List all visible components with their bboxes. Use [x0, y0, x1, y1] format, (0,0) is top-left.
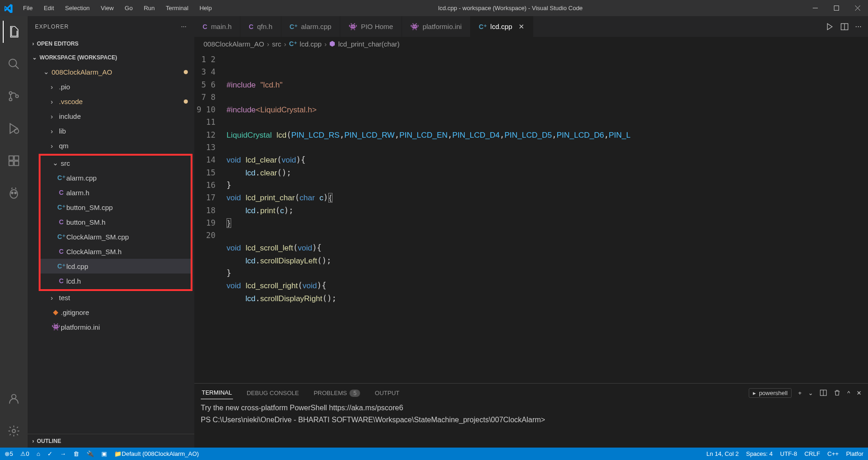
close-button[interactable] — [847, 0, 868, 16]
file-alarm-cpp[interactable]: C⁺alarm.cpp — [41, 170, 191, 185]
chevron-right-icon: › — [32, 41, 34, 47]
breadcrumb-item[interactable]: lcd_print_char(char) — [338, 40, 399, 48]
status-spaces[interactable]: Spaces: 4 — [746, 450, 773, 457]
more-icon[interactable]: ⋯ — [181, 23, 187, 30]
warnings-icon[interactable]: ⚠ 0 — [20, 450, 29, 457]
extensions-icon[interactable] — [3, 150, 25, 172]
run-debug-icon[interactable] — [3, 117, 25, 140]
panel-tab-output[interactable]: OUTPUT — [374, 387, 400, 399]
split-terminal-icon[interactable] — [820, 389, 827, 396]
file-clockalarm-h[interactable]: CClockAlarm_SM.h — [41, 244, 191, 259]
breadcrumb-item[interactable]: lcd.cpp — [300, 40, 322, 48]
outline-section[interactable]: › OUTLINE — [28, 434, 194, 448]
tab-main-h[interactable]: Cmain.h — [194, 16, 240, 37]
menu-view[interactable]: View — [96, 3, 118, 13]
menu-selection[interactable]: Selection — [60, 3, 94, 13]
tab-pio-home[interactable]: 👾PIO Home — [340, 16, 402, 37]
folder-include[interactable]: ›include — [28, 109, 194, 123]
tab-qfn-h[interactable]: Cqfn.h — [240, 16, 281, 37]
file-clockalarm-cpp[interactable]: C⁺ClockAlarm_SM.cpp — [41, 229, 191, 244]
close-panel-icon[interactable]: ✕ — [856, 390, 862, 396]
platformio-icon: 👾 — [349, 23, 357, 31]
minimize-button[interactable] — [804, 0, 826, 16]
status-ln-col[interactable]: Ln 14, Col 2 — [706, 450, 739, 457]
pio-env-icon[interactable]: 📁 Default (008ClockAlarm_AO) — [114, 450, 199, 457]
platformio-file-icon: 👾 — [410, 23, 419, 31]
file-lcd-h[interactable]: Clcd.h — [41, 274, 191, 288]
svg-point-14 — [12, 395, 16, 399]
more-icon[interactable]: ⋯ — [855, 23, 862, 30]
svg-rect-8 — [9, 161, 13, 165]
menu-terminal[interactable]: Terminal — [161, 3, 193, 13]
breadcrumb[interactable]: 008ClockAlarm_AO› src› C⁺lcd.cpp› ⬢lcd_p… — [194, 37, 868, 51]
svg-point-15 — [12, 430, 16, 433]
panel-tab-debug[interactable]: DEBUG CONSOLE — [246, 387, 300, 399]
workspace-section[interactable]: ⌄ WORKSPACE (WORKSPACE) — [28, 51, 194, 64]
terminal-dropdown-icon[interactable]: ⌄ — [808, 390, 813, 396]
kill-terminal-icon[interactable] — [833, 389, 841, 396]
menu-file[interactable]: File — [18, 3, 37, 13]
source-control-icon[interactable] — [3, 85, 25, 107]
pio-clean-icon[interactable]: 🗑 — [73, 450, 79, 457]
status-encoding[interactable]: UTF-8 — [780, 450, 797, 457]
folder-test[interactable]: ›test — [28, 290, 194, 305]
terminal-shell-selector[interactable]: ▸powershell — [749, 388, 792, 398]
folder-qm[interactable]: ›qm — [28, 138, 194, 153]
folder-project[interactable]: ⌄ 008ClockAlarm_AO — [28, 64, 194, 79]
chevron-right-icon: › — [51, 112, 59, 120]
status-platform[interactable]: Platfor — [846, 450, 863, 457]
menu-run[interactable]: Run — [139, 3, 159, 13]
folder-pio[interactable]: ›.pio — [28, 79, 194, 94]
pio-build-icon[interactable]: ✓ — [47, 450, 52, 457]
status-env-label: Default (008ClockAlarm_AO) — [122, 450, 199, 457]
open-editors-section[interactable]: › OPEN EDITORS — [28, 37, 194, 51]
status-eol[interactable]: CRLF — [804, 450, 820, 457]
editor-body[interactable]: 1 2 3 4 5 6 7 8 9 10 11 12 13 14 15 16 1… — [194, 51, 868, 383]
accounts-icon[interactable] — [3, 388, 25, 410]
svg-rect-9 — [14, 161, 18, 165]
file-tree: ⌄ 008ClockAlarm_AO ›.pio ›.vscode ›inclu… — [28, 64, 194, 434]
c-file-icon: C — [56, 189, 66, 196]
platformio-icon[interactable] — [3, 182, 25, 204]
tab-platformio-ini[interactable]: 👾platformio.ini — [402, 16, 471, 37]
menu-edit[interactable]: Edit — [39, 3, 58, 13]
file-alarm-h[interactable]: Calarm.h — [41, 185, 191, 200]
split-editor-icon[interactable] — [840, 23, 849, 31]
search-icon[interactable] — [3, 53, 25, 75]
code-content[interactable]: #include "lcd.h" #include<LiquidCrystal.… — [227, 51, 827, 383]
file-platformio-ini[interactable]: 👾platformio.ini — [28, 320, 194, 334]
folder-lib[interactable]: ›lib — [28, 123, 194, 138]
file-lcd-cpp[interactable]: C⁺lcd.cpp — [41, 259, 191, 274]
maximize-button[interactable] — [826, 0, 847, 16]
chevron-right-icon: › — [51, 294, 59, 302]
panel-tab-terminal[interactable]: TERMINAL — [201, 386, 233, 399]
pio-serial-icon[interactable]: 🔌 — [87, 450, 94, 457]
remote-icon[interactable]: ⊗ 5 — [5, 450, 13, 457]
file-button-cpp[interactable]: C⁺button_SM.cpp — [41, 200, 191, 215]
pio-home-icon[interactable]: ⌂ — [36, 450, 40, 457]
file-button-h[interactable]: Cbutton_SM.h — [41, 215, 191, 229]
tab-alarm-cpp[interactable]: C⁺alarm.cpp — [281, 16, 340, 37]
terminal-body[interactable]: Try the new cross-platform PowerShell ht… — [194, 402, 868, 448]
breadcrumb-item[interactable]: 008ClockAlarm_AO — [204, 40, 264, 48]
breadcrumb-item[interactable]: src — [272, 40, 281, 48]
folder-vscode[interactable]: ›.vscode — [28, 94, 194, 109]
run-icon[interactable] — [826, 23, 834, 31]
pio-upload-icon[interactable]: → — [60, 450, 66, 457]
file-gitignore[interactable]: ◆.gitignore — [28, 305, 194, 320]
c-file-icon: C — [56, 277, 66, 285]
pio-terminal-icon[interactable]: ▣ — [101, 450, 107, 457]
settings-gear-icon[interactable] — [3, 420, 25, 442]
menu-help[interactable]: Help — [195, 3, 216, 13]
maximize-panel-icon[interactable]: ^ — [847, 390, 850, 396]
folder-src[interactable]: ⌄src — [41, 156, 191, 170]
explorer-icon[interactable] — [3, 21, 25, 43]
panel-tab-problems[interactable]: PROBLEMS5 — [313, 387, 361, 399]
close-tab-icon[interactable]: ✕ — [518, 23, 524, 31]
new-terminal-icon[interactable]: + — [798, 390, 802, 396]
tab-lcd-cpp[interactable]: C⁺lcd.cpp✕ — [471, 16, 534, 37]
menu-go[interactable]: Go — [120, 3, 137, 13]
minimap[interactable] — [827, 51, 868, 383]
svg-point-3 — [9, 92, 12, 94]
status-language[interactable]: C++ — [827, 450, 839, 457]
